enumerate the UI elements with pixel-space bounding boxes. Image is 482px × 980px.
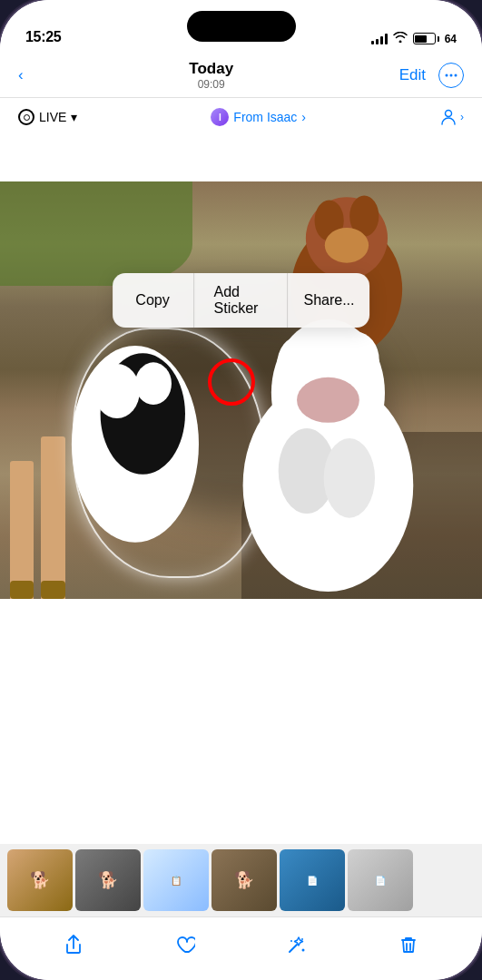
photo-container[interactable]: Copy Add Sticker Share... xyxy=(0,181,482,599)
from-chevron-icon: › xyxy=(301,110,306,124)
battery-icon xyxy=(413,33,439,44)
nav-subtitle: 09:09 xyxy=(189,78,233,91)
svg-point-12 xyxy=(325,228,369,263)
thumbnail-item[interactable]: 📄 xyxy=(280,849,345,911)
context-menu: Copy Add Sticker Share... xyxy=(113,273,370,328)
status-icons: 64 xyxy=(371,32,457,45)
back-button[interactable]: ‹ xyxy=(18,66,24,84)
from-avatar: I xyxy=(211,108,229,126)
svg-point-1 xyxy=(450,74,453,76)
wifi-icon xyxy=(393,32,408,45)
more-button[interactable] xyxy=(438,63,464,88)
dog-photo: Copy Add Sticker Share... xyxy=(0,181,482,599)
battery-level: 64 xyxy=(445,33,457,45)
add-sticker-button[interactable]: Add Sticker xyxy=(194,273,289,328)
svg-point-19 xyxy=(323,438,374,518)
magic-wand-button[interactable] xyxy=(277,925,317,965)
from-badge[interactable]: I From Isaac › xyxy=(211,108,306,126)
live-circle-icon xyxy=(18,109,34,125)
nav-bar: ‹ Today 09:09 Edit xyxy=(0,53,482,98)
thumbnail-item[interactable]: 📋 xyxy=(143,849,209,911)
live-label: LIVE xyxy=(39,110,66,124)
svg-point-22 xyxy=(301,938,303,940)
phone-screen: 15:25 xyxy=(0,0,482,980)
copy-button[interactable]: Copy xyxy=(113,273,194,328)
source-bar: LIVE ▾ I From Isaac › › xyxy=(0,98,482,136)
thumbnail-item[interactable]: 🐕 xyxy=(211,849,277,911)
svg-point-0 xyxy=(446,74,448,76)
live-chevron-icon: ▾ xyxy=(71,110,77,124)
thumbnail-item[interactable]: 🐕 xyxy=(7,849,73,911)
back-icon: ‹ xyxy=(18,66,24,84)
red-circle-indicator xyxy=(208,358,255,406)
favorite-button[interactable] xyxy=(165,925,205,965)
thumbnail-item[interactable]: 🐕 xyxy=(75,849,141,911)
status-time: 15:25 xyxy=(25,29,61,45)
share-button[interactable] xyxy=(54,925,93,965)
grass-patch xyxy=(0,181,192,286)
thumbnail-strip: 🐕 🐕 📋 🐕 📄 📄 xyxy=(0,844,482,916)
svg-point-17 xyxy=(297,377,359,423)
person-chevron-icon: › xyxy=(460,111,464,123)
nav-right: Edit xyxy=(399,63,464,88)
from-label: From Isaac xyxy=(233,110,297,124)
share-button[interactable]: Share... xyxy=(288,273,369,328)
bottom-toolbar xyxy=(0,916,482,980)
edit-button[interactable]: Edit xyxy=(399,66,426,84)
svg-point-3 xyxy=(445,111,451,117)
phone-frame: 15:25 xyxy=(0,0,482,980)
delete-button[interactable] xyxy=(389,925,428,965)
main-content: Copy Add Sticker Share... xyxy=(0,136,482,871)
signal-icon xyxy=(371,34,388,44)
dynamic-island xyxy=(187,11,296,42)
svg-point-21 xyxy=(290,940,292,942)
svg-point-20 xyxy=(301,948,304,951)
person-filter-button[interactable]: › xyxy=(439,108,464,126)
svg-point-2 xyxy=(455,74,457,76)
live-badge[interactable]: LIVE ▾ xyxy=(18,109,77,125)
thumbnail-item[interactable]: 📄 xyxy=(348,849,413,911)
nav-title: Today xyxy=(189,60,233,78)
live-dot-icon xyxy=(24,114,30,121)
nav-center: Today 09:09 xyxy=(189,60,233,91)
